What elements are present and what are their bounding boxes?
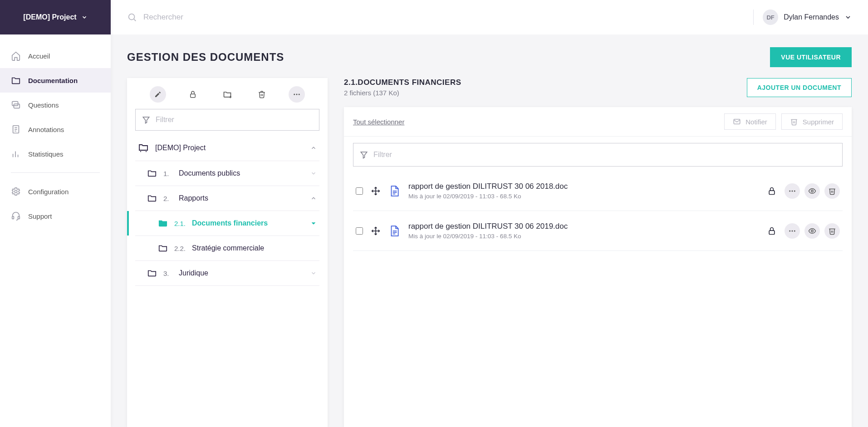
chevron-down-icon [844, 14, 852, 21]
eye-icon [808, 227, 816, 235]
svg-rect-36 [769, 231, 775, 234]
mail-icon [733, 118, 741, 126]
move-icon[interactable] [371, 226, 380, 236]
nav-item-accueil[interactable]: Accueil [0, 44, 111, 68]
svg-point-9 [15, 190, 17, 193]
tree-item-rapports[interactable]: 2. Rapports [135, 186, 319, 211]
project-switcher-label: [DEMO] Project [23, 13, 76, 21]
view-user-button[interactable]: VUE UTILISATEUR [770, 47, 852, 67]
docs-meta: 2 fichiers (137 Ko) [344, 89, 461, 97]
nav-item-configuration[interactable]: Configuration [0, 179, 111, 204]
doc-icon [388, 225, 400, 237]
docs-scroll[interactable]: rapport de gestion DILITRUST 30 06 2018.… [344, 137, 852, 427]
svg-point-30 [792, 190, 793, 191]
trash-icon [258, 90, 266, 98]
doc-more-button[interactable] [785, 183, 800, 199]
doc-view-button[interactable] [804, 223, 820, 239]
main: DF Dylan Fernandes GESTION DES DOCUMENTS… [111, 0, 868, 427]
tree-root[interactable]: [DEMO] Project [135, 135, 319, 161]
nav-label: Support [28, 212, 52, 220]
lock-icon[interactable] [767, 187, 776, 196]
page-title: GESTION DES DOCUMENTS [127, 51, 284, 64]
avatar: DF [763, 10, 778, 25]
docs-panel: 2.1.DOCUMENTS FINANCIERS 2 fichiers (137… [344, 78, 852, 427]
doc-row: rapport de gestion DILITRUST 30 06 2018.… [353, 171, 843, 211]
svg-rect-10 [12, 216, 14, 219]
doc-row: rapport de gestion DILITRUST 30 06 2019.… [353, 211, 843, 251]
nav-label: Documentation [28, 77, 78, 84]
delete-label: Supprimer [803, 118, 834, 126]
svg-marker-20 [143, 117, 149, 123]
tree-item-documents-publics[interactable]: 1. Documents publics [135, 161, 319, 186]
nav-item-annotations[interactable]: Annotations [0, 117, 111, 142]
tree-panel: [DEMO] Project 1. Documents publics 2. [127, 78, 328, 427]
add-document-button[interactable]: AJOUTER UN DOCUMENT [747, 78, 852, 97]
doc-more-button[interactable] [785, 223, 800, 239]
tree-item-juridique[interactable]: 3. Juridique [135, 261, 319, 286]
doc-delete-button[interactable] [824, 223, 840, 239]
doc-checkbox[interactable] [356, 187, 363, 195]
tree-item-num: 3. [163, 270, 172, 277]
svg-rect-1 [14, 104, 20, 108]
doc-name: rapport de gestion DILITRUST 30 06 2018.… [408, 182, 759, 191]
chevron-down-icon [310, 170, 317, 177]
lock-button[interactable] [185, 86, 201, 103]
tree-scroll[interactable]: [DEMO] Project 1. Documents publics 2. [127, 109, 328, 427]
svg-point-19 [299, 94, 300, 95]
svg-rect-11 [18, 216, 20, 219]
select-all-link[interactable]: Tout sélectionner [353, 118, 404, 126]
edit-button[interactable] [150, 86, 166, 103]
folder-icon [147, 193, 157, 203]
chevron-down-icon [310, 220, 317, 226]
note-icon [11, 124, 21, 134]
doc-info: rapport de gestion DILITRUST 30 06 2018.… [408, 182, 759, 200]
tree-item-num: 2. [163, 195, 172, 202]
add-folder-button[interactable] [219, 86, 235, 103]
move-icon[interactable] [371, 187, 380, 196]
doc-actions [785, 183, 840, 199]
doc-delete-button[interactable] [824, 183, 840, 199]
nav-label: Configuration [28, 188, 69, 196]
tree-item-documents-financiers[interactable]: 2.1. Documents financiers [135, 211, 319, 236]
search-input[interactable] [143, 13, 325, 22]
tree-item-num: 2.1. [174, 220, 186, 227]
svg-point-29 [789, 190, 790, 191]
docs-filter-input[interactable] [373, 151, 836, 159]
nav-item-questions[interactable]: Questions [0, 93, 111, 117]
tree-item-strategie-commerciale[interactable]: 2.2. Stratégie commerciale [135, 236, 319, 261]
page-head: GESTION DES DOCUMENTS VUE UTILISATEUR [127, 47, 852, 67]
project-switcher[interactable]: [DEMO] Project [0, 0, 111, 34]
svg-rect-28 [769, 191, 775, 194]
nav-item-statistiques[interactable]: Statistiques [0, 142, 111, 166]
nav-item-support[interactable]: Support [0, 204, 111, 228]
sidebar: [DEMO] Project Accueil Documentation [0, 0, 111, 427]
tree-item-num: 1. [163, 170, 172, 177]
tree-toolbar [127, 78, 328, 109]
docs-title-block: 2.1.DOCUMENTS FINANCIERS 2 fichiers (137… [344, 78, 461, 97]
filter-icon [142, 116, 150, 124]
doc-icon [388, 185, 400, 197]
tree-item-label: Rapports [179, 194, 304, 202]
nav-label: Questions [28, 101, 59, 109]
tree-item-label: Stratégie commerciale [192, 244, 317, 252]
tree-filter-input[interactable] [156, 116, 313, 124]
home-icon [11, 51, 21, 61]
lock-icon[interactable] [767, 226, 776, 236]
content: GESTION DES DOCUMENTS VUE UTILISATEUR [111, 34, 868, 427]
svg-point-18 [296, 94, 297, 95]
svg-point-31 [794, 190, 795, 191]
delete-button[interactable]: Supprimer [781, 113, 843, 130]
user-menu[interactable]: DF Dylan Fernandes [763, 10, 852, 25]
nav-item-documentation[interactable]: Documentation [0, 68, 111, 93]
project-icon [138, 142, 149, 153]
folder-icon [11, 75, 21, 85]
doc-view-button[interactable] [804, 183, 820, 199]
delete-folder-button[interactable] [254, 86, 270, 103]
search-icon [127, 12, 137, 22]
tree-filter [135, 109, 319, 131]
filter-icon [360, 151, 368, 159]
doc-checkbox[interactable] [356, 227, 363, 235]
notify-button[interactable]: Notifier [724, 113, 776, 130]
more-button[interactable] [289, 86, 305, 103]
chevron-up-icon [310, 145, 317, 151]
